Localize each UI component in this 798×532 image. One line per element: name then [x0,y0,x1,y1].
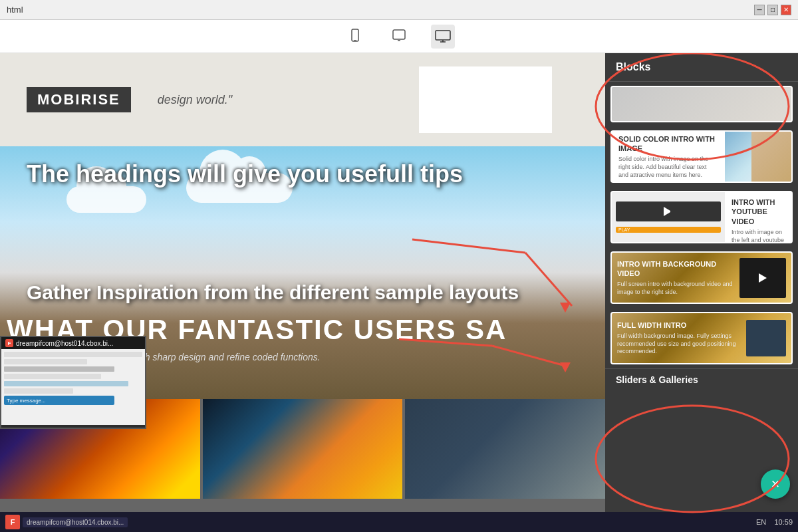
window-controls[interactable]: ─ □ ✕ [754,5,791,15]
svg-line-7 [412,239,525,253]
person-image [405,399,605,499]
block-full-preview: FULL WIDTH INTRO Full width background i… [612,313,791,363]
right-sidebar: Blocks SOLID COLOR INTRO WITH IMAGE Soli… [605,53,798,532]
block-youtube-right: INTRO WITH YOUTUBE VIDEO Intro with imag… [725,192,791,242]
svg-rect-0 [352,29,358,41]
heading-annotation: The headings will give you usefull tips [27,160,463,188]
taskbar-time: 10:59 [774,518,793,526]
svg-line-8 [525,253,572,306]
taskbar-start-icon[interactable]: F [5,515,20,529]
sunset-image-2 [203,399,403,499]
svg-rect-2 [393,30,405,39]
block-youtube-left: PLAY [612,192,725,242]
taskbar-chat-item[interactable]: dreampifcom@host014.cbox.bi... [23,517,128,527]
sidebar-header: Blocks [605,53,798,82]
block-solid-desc: Solid color intro with image on the righ… [618,156,718,179]
block-bg-video-desc: Full screen intro with background video … [617,281,737,296]
sliders-galleries-label: Sliders & Galleries [605,368,798,390]
block-card-youtube[interactable]: PLAY INTRO WITH YOUTUBE VIDEO Intro with… [610,191,793,243]
block-solid-title: SOLID COLOR INTRO WITH IMAGE [618,134,718,154]
block-top-preview [612,87,791,122]
chat-window-body: Type message... [1,349,145,425]
fab-button[interactable]: × [761,469,790,499]
block-card-bg-video[interactable]: INTRO WITH BACKGROUND VIDEO Full screen … [610,251,793,304]
svg-line-10 [492,346,565,366]
block-full-desc: Full width background image. Fully setti… [617,332,743,356]
block-youtube-title: INTRO WITH YOUTUBE VIDEO [732,198,785,226]
block-bg-video-preview: INTRO WITH BACKGROUND VIDEO Full screen … [612,253,791,303]
block-card-full-width[interactable]: FULL WIDTH INTRO Full width background i… [610,312,793,364]
block-full-title: FULL WIDTH INTRO [617,321,743,330]
taskbar: F dreampifcom@host014.cbox.bi... EN 10:5… [0,512,798,532]
chat-row-2 [4,359,87,364]
taskbar-left: F dreampifcom@host014.cbox.bi... [5,515,128,529]
chat-row-4 [4,374,101,379]
block-card-top[interactable] [610,86,793,122]
white-block [419,66,552,133]
svg-rect-4 [436,31,450,40]
block-bg-video-title: INTRO WITH BACKGROUND VIDEO [617,259,737,279]
desktop-view-button[interactable] [431,25,455,49]
canvas-top-section: MOBIRISE design world." [0,53,605,146]
taskbar-lang: EN [756,518,766,526]
block-youtube-badge: PLAY [616,227,721,233]
chat-row-5 [4,381,128,386]
play-icon [759,273,767,283]
brand-label: MOBIRISE [27,87,131,112]
content-area: MOBIRISE design world." The headings wil… [0,53,798,532]
block-solid-image [725,132,791,182]
title-bar: html ─ □ ✕ [0,0,798,20]
svg-marker-11 [560,362,571,372]
minimize-button[interactable]: ─ [754,5,765,15]
chat-row-6 [4,388,73,394]
chat-window[interactable]: F dreampifcom@host014.cbox.bi... Type me… [0,336,146,429]
block-card-solid-color[interactable]: SOLID COLOR INTRO WITH IMAGE Solid color… [610,130,793,183]
close-button[interactable]: ✕ [781,5,791,15]
chat-row-1 [4,352,142,357]
block-youtube-desc: Intro with image on the left and youtube… [732,229,785,242]
block-youtube-mini-screen [616,201,721,221]
quote-text: design world." [158,93,232,107]
block-bg-video-overlay: INTRO WITH BACKGROUND VIDEO Full screen … [612,253,791,303]
cloud-1 [66,186,146,213]
block-full-overlay: FULL WIDTH INTRO Full width background i… [612,313,791,363]
block-solid-left: SOLID COLOR INTRO WITH IMAGE Solid color… [612,132,725,182]
chat-input-bar[interactable]: Type message... [4,396,114,405]
main-canvas: MOBIRISE design world." The headings wil… [0,53,605,532]
mobile-view-button[interactable] [343,25,367,49]
annotation-arrows [239,186,585,399]
taskbar-right: EN 10:59 [756,518,793,526]
block-full-screen [746,320,786,356]
main-toolbar [0,20,798,53]
chat-title-text: dreampifcom@host014.cbox.bi... [16,340,113,347]
svg-line-9 [399,339,492,346]
block-bg-video-screen [739,258,786,298]
svg-marker-12 [560,303,571,313]
chat-icon: F [5,339,13,347]
block-solid-preview: SOLID COLOR INTRO WITH IMAGE Solid color… [612,132,791,182]
maximize-button[interactable]: □ [767,5,778,15]
chat-window-title: F dreampifcom@host014.cbox.bi... [1,337,145,349]
tablet-view-button[interactable] [387,25,411,49]
canvas-inner: MOBIRISE design world." The headings wil… [0,53,605,532]
title-filename: html [7,5,23,15]
block-youtube-preview: PLAY INTRO WITH YOUTUBE VIDEO Intro with… [612,192,791,242]
chat-row-3 [4,366,114,372]
